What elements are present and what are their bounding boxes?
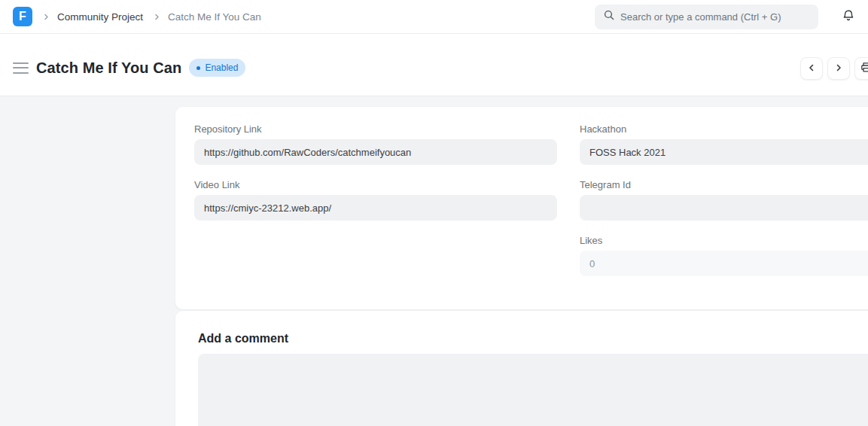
hackathon-label: Hackathon xyxy=(580,123,868,135)
form-column-right: Hackathon Telegram Id Likes xyxy=(580,123,868,291)
repository-link-input[interactable] xyxy=(194,139,557,165)
field-repository-link: Repository Link xyxy=(194,123,557,165)
printer-icon xyxy=(860,62,868,75)
page-title: Catch Me If You Can xyxy=(36,59,181,77)
field-video-link: Video Link xyxy=(194,179,557,221)
field-hackathon: Hackathon xyxy=(580,123,868,165)
status-dot-icon xyxy=(196,66,200,70)
bell-icon xyxy=(842,9,855,25)
page-body: Repository Link Video Link Hackathon Tel… xyxy=(0,96,868,426)
telegram-id-input[interactable] xyxy=(580,195,868,221)
field-likes: Likes xyxy=(580,235,868,276)
breadcrumb-current[interactable]: Catch Me If You Can xyxy=(168,11,261,23)
global-search[interactable] xyxy=(595,5,818,29)
comment-input[interactable] xyxy=(198,354,868,426)
notifications-button[interactable] xyxy=(842,9,855,25)
top-navbar: F Community Project Catch Me If You Can xyxy=(0,0,868,34)
comment-heading: Add a comment xyxy=(198,332,868,345)
comment-card: Add a comment xyxy=(175,311,868,426)
field-telegram-id: Telegram Id xyxy=(580,179,868,221)
status-badge: Enabled xyxy=(189,59,245,77)
frappe-logo-letter: F xyxy=(19,10,26,23)
hackathon-input[interactable] xyxy=(580,139,868,165)
sidebar-toggle-button[interactable] xyxy=(13,62,29,74)
print-button[interactable] xyxy=(854,57,868,80)
chevron-right-icon xyxy=(154,14,160,20)
status-badge-label: Enabled xyxy=(205,62,238,73)
search-input[interactable] xyxy=(620,11,809,23)
repository-link-label: Repository Link xyxy=(194,123,557,135)
next-document-button[interactable] xyxy=(827,57,850,80)
likes-label: Likes xyxy=(580,235,868,246)
chevron-right-icon xyxy=(43,14,50,20)
search-icon xyxy=(604,10,614,23)
chevron-right-icon xyxy=(834,63,843,75)
previous-document-button[interactable] xyxy=(800,57,823,80)
form-column-left: Repository Link Video Link xyxy=(194,123,557,291)
likes-input xyxy=(580,251,868,276)
breadcrumb-parent[interactable]: Community Project xyxy=(57,11,143,23)
frappe-logo[interactable]: F xyxy=(13,7,32,26)
menu-icon xyxy=(13,62,29,64)
page-head: Catch Me If You Can Enabled xyxy=(0,34,868,96)
form-details-card: Repository Link Video Link Hackathon Tel… xyxy=(175,107,868,309)
video-link-label: Video Link xyxy=(194,179,557,190)
chevron-left-icon xyxy=(807,63,816,75)
telegram-id-label: Telegram Id xyxy=(580,179,868,190)
video-link-input[interactable] xyxy=(194,195,557,221)
